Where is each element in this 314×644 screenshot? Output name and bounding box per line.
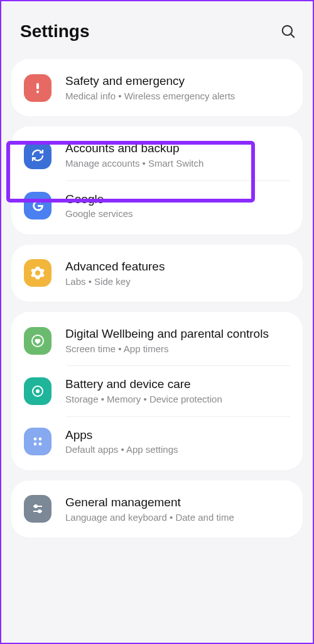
settings-item-title: Battery and device care: [65, 377, 290, 392]
alert-icon: [24, 74, 51, 102]
settings-item-texts: Advanced featuresLabs • Side key: [65, 259, 290, 287]
settings-item-texts: Safety and emergencyMedical info • Wirel…: [65, 74, 290, 102]
svg-point-3: [36, 91, 39, 93]
settings-item-subtitle: Medical info • Wireless emergency alerts: [65, 90, 290, 103]
svg-point-6: [36, 389, 40, 393]
settings-item-subtitle: Google services: [65, 208, 290, 220]
svg-rect-2: [36, 83, 39, 89]
svg-point-7: [41, 387, 42, 389]
settings-item-title: Digital Wellbeing and parental controls: [65, 326, 290, 341]
settings-group: Digital Wellbeing and parental controlsS…: [11, 312, 303, 470]
settings-group: Advanced featuresLabs • Side key: [11, 245, 303, 302]
gear-icon: [24, 259, 51, 287]
settings-item-texts: Battery and device careStorage • Memory …: [65, 377, 290, 405]
settings-item-subtitle: Screen time • App timers: [65, 343, 290, 355]
svg-point-8: [34, 438, 37, 441]
svg-point-11: [39, 443, 42, 446]
settings-item-google[interactable]: GoogleGoogle services: [11, 181, 303, 231]
settings-item-title: Google: [65, 192, 290, 207]
settings-item-texts: General managementLanguage and keyboard …: [65, 495, 290, 523]
settings-item-general[interactable]: General managementLanguage and keyboard …: [11, 484, 303, 534]
svg-point-10: [34, 443, 37, 446]
sliders-icon: [24, 495, 51, 523]
settings-item-wellbeing[interactable]: Digital Wellbeing and parental controlsS…: [11, 316, 303, 365]
settings-group: Accounts and backupManage accounts • Sma…: [11, 126, 303, 235]
care-icon: [24, 377, 51, 405]
sync-icon: [24, 142, 51, 169]
svg-point-13: [35, 505, 37, 508]
settings-item-battery[interactable]: Battery and device careStorage • Memory …: [11, 366, 303, 416]
page-title: Settings: [20, 21, 89, 42]
svg-point-0: [283, 26, 292, 35]
settings-item-apps[interactable]: AppsDefault apps • App settings: [11, 417, 303, 467]
heart-icon: [24, 327, 51, 355]
settings-item-subtitle: Manage accounts • Smart Switch: [65, 157, 290, 170]
settings-item-title: General management: [65, 495, 290, 510]
settings-item-subtitle: Labs • Side key: [65, 275, 290, 288]
settings-item-title: Advanced features: [65, 259, 290, 274]
settings-item-subtitle: Language and keyboard • Date and time: [65, 511, 290, 524]
settings-item-accounts[interactable]: Accounts and backupManage accounts • Sma…: [11, 130, 303, 180]
settings-group: Safety and emergencyMedical info • Wirel…: [11, 59, 303, 116]
svg-line-1: [291, 34, 295, 38]
settings-item-title: Apps: [65, 428, 290, 443]
settings-list: Safety and emergencyMedical info • Wirel…: [11, 59, 303, 538]
settings-item-safety[interactable]: Safety and emergencyMedical info • Wirel…: [11, 63, 303, 113]
settings-item-advanced[interactable]: Advanced featuresLabs • Side key: [11, 248, 303, 298]
settings-item-texts: AppsDefault apps • App settings: [65, 428, 290, 456]
settings-item-texts: Accounts and backupManage accounts • Sma…: [65, 141, 290, 169]
settings-item-subtitle: Default apps • App settings: [65, 443, 290, 456]
settings-item-texts: Digital Wellbeing and parental controlsS…: [65, 326, 290, 355]
svg-point-15: [38, 510, 41, 513]
settings-item-title: Safety and emergency: [65, 74, 290, 89]
google-icon: [24, 192, 51, 219]
search-icon[interactable]: [280, 23, 296, 40]
apps-icon: [24, 428, 51, 455]
header: Settings: [11, 15, 303, 59]
svg-point-9: [39, 438, 42, 441]
settings-item-subtitle: Storage • Memory • Device protection: [65, 393, 290, 406]
settings-group: General managementLanguage and keyboard …: [11, 480, 303, 538]
settings-item-title: Accounts and backup: [65, 141, 290, 156]
settings-item-texts: GoogleGoogle services: [65, 192, 290, 220]
